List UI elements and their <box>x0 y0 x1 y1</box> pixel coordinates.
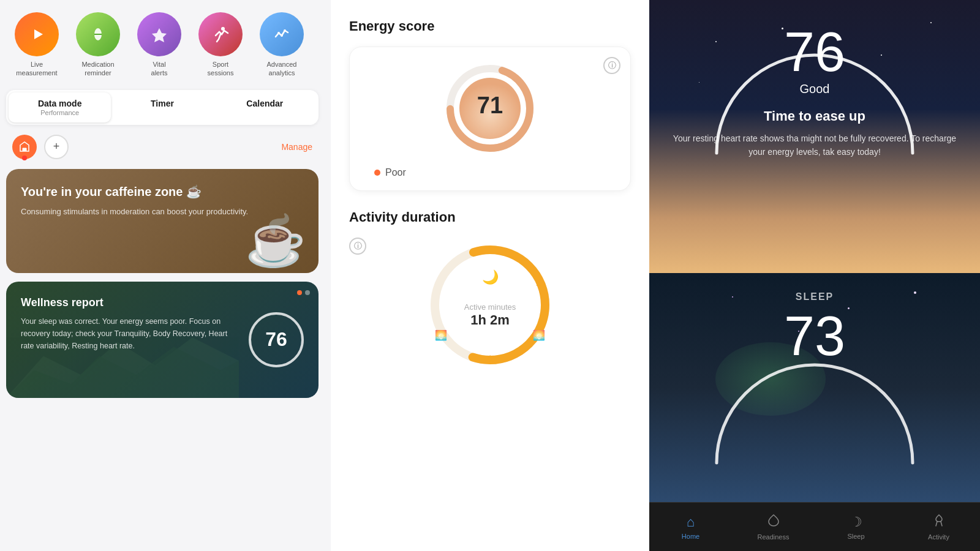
svg-rect-2 <box>94 34 102 35</box>
icon-item-live[interactable]: Livemeasurement <box>9 12 64 78</box>
energy-card: ⓘ 71 <box>349 47 631 191</box>
readiness-score: 76 <box>784 24 845 80</box>
caffeine-card: You're in your caffeine zone ☕ Consuming… <box>6 169 318 273</box>
mode-tab-bar: Data mode Performance Timer Calendar <box>6 90 318 125</box>
wellness-desc: Your sleep was correct. Your energy seem… <box>21 315 243 352</box>
svg-text:☀: ☀ <box>485 353 495 365</box>
medication-label: Medication reminder <box>70 60 126 78</box>
activity-section: ⓘ 🌙 🌅 🌅 ☀ Active mi <box>349 238 631 372</box>
energy-info-button[interactable]: ⓘ <box>603 57 620 74</box>
svg-text:🌙: 🌙 <box>482 269 499 285</box>
svg-text:71: 71 <box>477 92 503 118</box>
nav-activity[interactable]: Activity <box>897 514 980 541</box>
sleep-nav-label: Sleep <box>847 533 864 540</box>
sleep-overlay: SLEEP 73 <box>649 273 980 502</box>
dot-inactive <box>305 290 310 295</box>
caffeine-title: You're in your caffeine zone ☕ <box>21 184 304 200</box>
add-button[interactable]: + <box>44 135 69 159</box>
sport-icon[interactable] <box>198 12 243 56</box>
activity-section-title: Activity duration <box>349 209 631 225</box>
tab-data-mode[interactable]: Data mode Performance <box>9 92 111 122</box>
wellness-content: Wellness report Your sleep was correct. … <box>21 296 243 383</box>
sleep-title: SLEEP <box>796 291 834 302</box>
nav-readiness[interactable]: Readiness <box>732 514 815 541</box>
icon-item-analytics[interactable]: Advanced analytics <box>254 12 309 78</box>
tab-data-mode-title: Data mode <box>12 99 108 108</box>
manage-link[interactable]: Manage <box>281 142 312 152</box>
svg-point-6 <box>284 29 286 32</box>
svg-text:Active minutes: Active minutes <box>464 302 516 312</box>
caffeine-desc: Consuming stimulants in moderation can b… <box>21 206 304 218</box>
live-icon[interactable] <box>15 12 59 56</box>
readiness-icon <box>767 514 780 531</box>
svg-point-5 <box>281 34 283 37</box>
coffee-cup-icon: ☕ <box>245 212 306 270</box>
svg-text:🌅: 🌅 <box>533 329 545 341</box>
analytics-label: Advanced analytics <box>254 60 309 78</box>
energy-gauge-container: 71 <box>368 59 612 157</box>
energy-quality-label: Poor <box>385 167 406 178</box>
readiness-description: Your resting heart rate shows tha might … <box>649 132 980 159</box>
live-label: Livemeasurement <box>16 60 57 78</box>
left-panel: Livemeasurement Medication reminder Vita… <box>0 0 331 551</box>
sport-label: Sportsessions <box>208 60 234 78</box>
activity-gauge-container: 🌙 🌅 🌅 ☀ Active minutes 1h 2m <box>349 238 631 372</box>
tab-timer[interactable]: Timer <box>111 92 213 122</box>
wellness-score-badge: 76 <box>249 312 304 367</box>
action-row: + Manage <box>6 135 318 159</box>
add-icon: + <box>53 140 60 153</box>
notification-dot <box>22 156 27 160</box>
tab-data-mode-sub: Performance <box>12 109 108 116</box>
readiness-subtitle: Time to ease up <box>764 108 865 124</box>
icon-item-sport[interactable]: Sportsessions <box>193 12 248 78</box>
vital-label: Vitalalerts <box>151 60 168 78</box>
svg-point-4 <box>277 32 280 34</box>
bottom-nav: ⌂ Home Readiness ☽ Sleep Activity <box>649 502 980 551</box>
readiness-section: 76 Good Time to ease up Your resting hea… <box>649 0 980 273</box>
caffeine-content: You're in your caffeine zone ☕ Consuming… <box>21 184 304 218</box>
vital-icon[interactable] <box>137 12 181 56</box>
svg-text:🌅: 🌅 <box>435 329 447 341</box>
tab-calendar[interactable]: Calendar <box>214 92 316 122</box>
svg-text:1h 2m: 1h 2m <box>470 312 510 328</box>
home-label: Home <box>682 533 699 540</box>
readiness-label: Readiness <box>758 533 790 541</box>
energy-legend: Poor <box>368 167 612 178</box>
middle-panel: Energy score ⓘ <box>331 0 649 551</box>
icon-item-medication[interactable]: Medication reminder <box>70 12 126 78</box>
poor-indicator-dot <box>374 170 380 176</box>
notification-button[interactable] <box>12 135 37 159</box>
icon-item-vital[interactable]: Vitalalerts <box>132 12 187 78</box>
tab-calendar-title: Calendar <box>217 99 313 108</box>
tab-timer-title: Timer <box>114 99 210 108</box>
energy-gauge: 71 <box>441 59 539 157</box>
medication-icon[interactable] <box>76 12 120 56</box>
readiness-quality: Good <box>800 82 830 96</box>
right-panel: 76 Good Time to ease up Your resting hea… <box>649 0 980 551</box>
sleep-section: SLEEP 73 <box>649 273 980 502</box>
activity-nav-label: Activity <box>928 533 949 541</box>
readiness-overlay: 76 Good Time to ease up Your resting hea… <box>649 0 980 273</box>
wellness-pagination <box>297 290 310 295</box>
sleep-score: 73 <box>784 309 845 364</box>
activity-icon <box>932 514 946 531</box>
home-icon: ⌂ <box>687 514 695 530</box>
feature-icon-row: Livemeasurement Medication reminder Vita… <box>6 12 318 78</box>
nav-sleep[interactable]: ☽ Sleep <box>815 514 897 540</box>
sleep-nav-icon: ☽ <box>850 514 862 530</box>
analytics-icon[interactable] <box>260 12 304 56</box>
energy-section-title: Energy score <box>349 18 631 34</box>
nav-home[interactable]: ⌂ Home <box>649 514 732 540</box>
wellness-title: Wellness report <box>21 296 243 309</box>
svg-marker-0 <box>34 29 43 39</box>
wellness-card: Wellness report Your sleep was correct. … <box>6 282 318 398</box>
activity-gauge-svg: 🌙 🌅 🌅 ☀ Active minutes 1h 2m <box>423 238 557 372</box>
dot-active <box>297 290 302 295</box>
